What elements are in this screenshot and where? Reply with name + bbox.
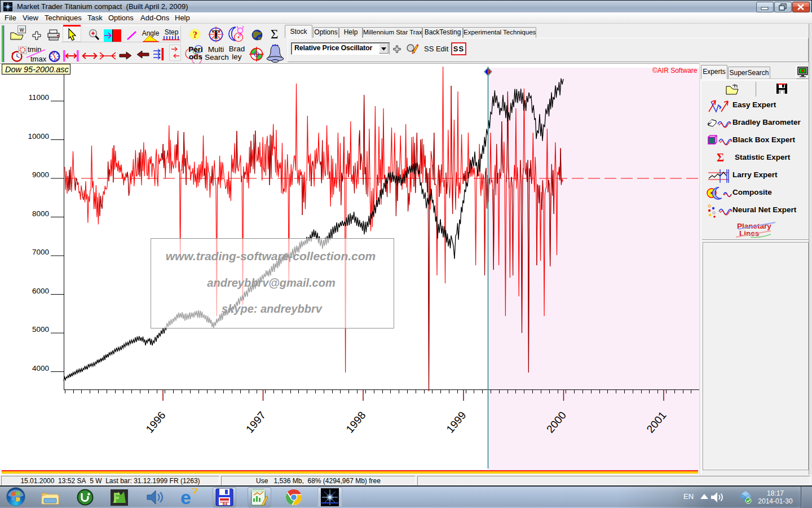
svg-text:8000: 8000 (32, 209, 49, 218)
svg-text:9000: 9000 (32, 170, 49, 179)
svg-text:10000: 10000 (28, 132, 49, 141)
svg-text:5000: 5000 (32, 325, 49, 334)
svg-text:7000: 7000 (32, 248, 49, 256)
svg-text:©AIR Software: ©AIR Software (652, 67, 698, 75)
svg-text:11000: 11000 (28, 93, 49, 102)
svg-text:6000: 6000 (32, 287, 49, 295)
svg-text:skype: andreybbrv: skype: andreybbrv (222, 303, 323, 315)
svg-text:www.trading-software-collectio: www.trading-software-collection.com (166, 249, 376, 262)
svg-text:4000: 4000 (32, 364, 49, 373)
svg-text:e: e (180, 488, 191, 507)
svg-text:64: 64 (223, 501, 228, 506)
svg-text:andreybbrv@gmail.com: andreybbrv@gmail.com (207, 277, 335, 289)
svg-text:Dow 95-2000.asc: Dow 95-2000.asc (5, 65, 69, 74)
svg-text:T: T (212, 28, 220, 41)
svg-text:?: ? (193, 30, 197, 40)
